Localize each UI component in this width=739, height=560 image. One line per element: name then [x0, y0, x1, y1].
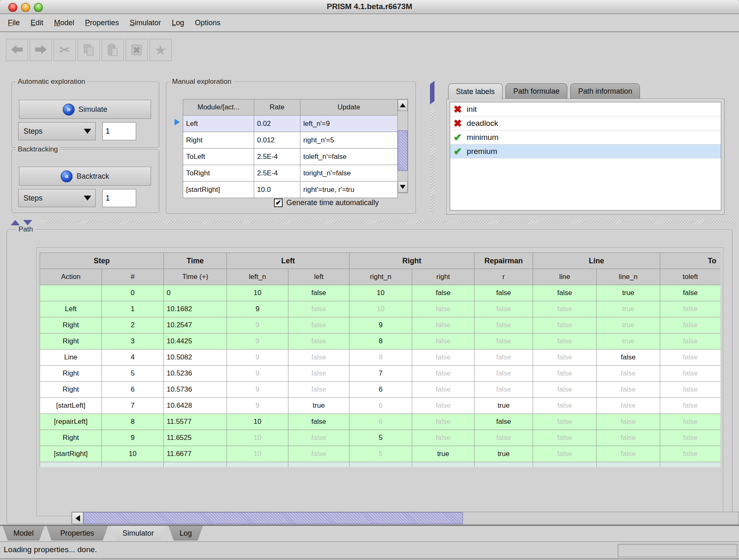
generate-time-row: ✔ Generate time automatically — [274, 198, 379, 207]
transition-row-0[interactable]: Left0.02left_n'=9 — [183, 116, 398, 132]
manual-exploration-vertical-scrollbar[interactable] — [397, 99, 408, 193]
delete-icon — [130, 44, 143, 56]
scrollbar-thumb[interactable] — [398, 130, 408, 171]
transition-row-3[interactable]: ToRight2.5E-4toright_n'=false — [183, 165, 398, 182]
cell: [startRight] — [183, 182, 254, 198]
path-row-9[interactable]: Right911.652510false5falsefalsefalsefals… — [40, 430, 721, 446]
cell: Left — [183, 116, 254, 132]
path-group-right: Right — [349, 253, 475, 269]
transition-row-4[interactable]: [startRight]10.0right'=true, r'=tru — [183, 182, 398, 198]
scroll-left-button[interactable] — [72, 512, 83, 524]
backtrack-steps-input[interactable] — [102, 189, 136, 207]
cell-time: 10.2547 — [164, 317, 227, 333]
collapse-up-icon[interactable] — [11, 220, 20, 225]
cell-step-number: 0 — [102, 285, 164, 301]
splitter-texture — [431, 106, 434, 214]
cell-value: false — [533, 301, 597, 317]
paste-button[interactable] — [102, 39, 124, 61]
cell-value: false — [533, 285, 597, 301]
menu-log[interactable]: Log — [166, 17, 189, 29]
menu-options[interactable]: Options — [189, 17, 226, 29]
tab-properties[interactable]: Properties — [46, 526, 108, 541]
cell-value: true — [597, 285, 660, 301]
simulate-steps-input[interactable] — [102, 122, 136, 140]
tab-simulator[interactable]: Simulator — [111, 526, 166, 541]
cut-button[interactable]: ✂ — [54, 39, 76, 61]
scrollbar-thumb[interactable] — [83, 512, 463, 524]
vertical-splitter[interactable] — [429, 82, 437, 214]
path-row-8[interactable]: [repairLeft]811.557710false6falsefalsefa… — [40, 414, 721, 430]
cell-value: false — [660, 301, 720, 317]
cell-value: false — [533, 366, 597, 382]
state-label-minimum[interactable]: ✔minimum — [450, 130, 721, 144]
cell-value: false — [288, 382, 349, 398]
tab-log[interactable]: Log — [168, 526, 203, 541]
path-row-0[interactable]: 0010false10falsefalsefalsetruefalse — [40, 285, 721, 301]
delete-button[interactable] — [125, 39, 148, 61]
tab-path-information[interactable]: Path information — [570, 83, 640, 99]
path-row-3[interactable]: Right310.44259false8falsefalsefalsetruef… — [40, 333, 721, 350]
path-group-left: Left — [227, 253, 349, 269]
cell-action — [40, 285, 102, 301]
cell-value: false — [412, 350, 475, 366]
tab-state-labels[interactable]: State labels — [448, 83, 503, 99]
cell-value: false — [475, 462, 533, 468]
simulate-steps-combo[interactable]: Steps — [18, 122, 96, 140]
cell-value: false — [412, 333, 475, 350]
horizontal-splitter[interactable] — [3, 219, 736, 225]
transition-row-2[interactable]: ToLeft2.5E-4toleft_n'=false — [183, 149, 398, 165]
cell-value: false — [412, 301, 475, 317]
simulate-button[interactable]: » Simulate — [19, 100, 151, 119]
path-row-2[interactable]: Right210.25479false9falsefalsefalsetruef… — [40, 317, 721, 333]
path-group: Path StepTimeLeftRightRepairmanLineTo Ac… — [7, 229, 732, 524]
path-column-left: left — [288, 269, 349, 285]
star-button[interactable]: ★ — [149, 39, 172, 61]
menu-model[interactable]: Model — [49, 17, 80, 29]
menu-properties[interactable]: Properties — [80, 17, 124, 29]
labels-tab-bar: State labelsPath formulaePath informatio… — [448, 83, 643, 99]
menu-file[interactable]: File — [2, 17, 25, 29]
cell-value: false — [533, 430, 597, 446]
tab-path-formulae[interactable]: Path formulae — [505, 83, 567, 99]
backtrack-button[interactable]: « Backtrack — [19, 167, 151, 186]
backtrack-steps-combo[interactable]: Steps — [18, 189, 96, 207]
simulate-steps-combo-value: Steps — [24, 127, 42, 136]
path-row-10[interactable]: [startRight]1011.667710false5truetruefal… — [40, 446, 721, 462]
scroll-up-button[interactable] — [398, 99, 408, 111]
path-row-6[interactable]: Right610.57369false6falsefalsefalsefalse… — [40, 382, 721, 398]
generate-time-checkbox[interactable]: ✔ — [274, 198, 283, 207]
path-row-11[interactable]: [repairRight]1111.949210false6falsefalse… — [40, 462, 721, 468]
cell-value: false — [288, 350, 349, 366]
path-row-5[interactable]: Right510.52369false7falsefalsefalsefalse… — [40, 366, 721, 382]
redo-arrow-button[interactable] — [30, 39, 52, 61]
cell-value: false — [288, 430, 349, 446]
scroll-down-button[interactable] — [398, 181, 408, 193]
window-bottom-edge — [0, 558, 739, 560]
path-row-1[interactable]: Left110.16829false10falsefalsefalsetruef… — [40, 301, 721, 317]
state-label-init[interactable]: ✖init — [450, 102, 721, 116]
copy-button[interactable] — [78, 39, 100, 61]
tab-model[interactable]: Model — [2, 526, 45, 541]
splitter-texture — [40, 220, 736, 224]
cell: toleft_n'=false — [300, 149, 398, 165]
cell-action: [repairLeft] — [40, 414, 102, 430]
path-row-4[interactable]: Line410.50829false8falsefalsefalsefalsef… — [40, 350, 721, 366]
path-horizontal-scrollbar[interactable] — [71, 512, 739, 525]
transition-row-1[interactable]: Right0.012right_n'=5 — [183, 132, 398, 149]
collapse-right-icon[interactable] — [430, 91, 434, 104]
state-label-deadlock[interactable]: ✖deadlock — [450, 116, 721, 130]
state-label-premium[interactable]: ✔premium — [450, 144, 721, 158]
collapse-down-icon[interactable] — [23, 220, 32, 225]
cell-value: false — [660, 382, 720, 398]
menu-simulator[interactable]: Simulator — [124, 17, 166, 29]
cell-value: false — [475, 430, 533, 446]
rewind-icon: « — [61, 170, 73, 182]
path-table-body: 0010false10falsefalsefalsetruefalseLeft1… — [40, 285, 721, 468]
path-row-7[interactable]: [startLeft]710.64289true6falsetruefalsef… — [40, 398, 721, 414]
cell-value: false — [660, 414, 720, 430]
menu-edit[interactable]: Edit — [25, 17, 49, 29]
cell-time: 10.1682 — [164, 301, 227, 317]
cell: left_n'=9 — [300, 116, 398, 132]
undo-arrow-button[interactable] — [6, 39, 28, 61]
cell-value: false — [288, 301, 349, 317]
